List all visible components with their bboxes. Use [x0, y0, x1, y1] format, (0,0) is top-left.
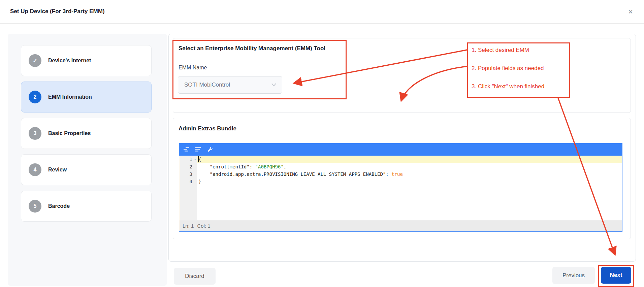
step-number-badge: 5 — [29, 200, 41, 213]
code-token-plain: : — [386, 171, 391, 177]
code-line[interactable]: "android.app.extra.PROVISIONING_LEAVE_AL… — [197, 170, 622, 178]
editor-gutter: 1▾234 — [179, 156, 197, 220]
json-editor[interactable]: 1▾234 { "enrollmentId": "AGBPQH96", "and… — [179, 143, 622, 232]
step-number-badge: 3 — [29, 127, 41, 140]
code-line[interactable]: } — [197, 178, 622, 185]
emm-name-select[interactable]: SOTI MobiControl — [178, 76, 282, 94]
fold-arrow-icon[interactable]: ▾ — [194, 156, 196, 163]
gutter-line-number: 2 — [179, 163, 197, 170]
step-label: EMM Information — [48, 94, 92, 100]
step-label: Review — [48, 167, 67, 173]
code-token-key: "enrollmentId" — [210, 164, 250, 169]
code-token-plain: : — [250, 164, 255, 169]
code-token-bool: true — [391, 171, 403, 177]
admin-section-title: Admin Extras Bundle — [179, 125, 236, 132]
editor-code[interactable]: { "enrollmentId": "AGBPQH96", "android.a… — [197, 156, 622, 220]
emm-section-title: Select an Enterprise Mobility Management… — [179, 45, 325, 52]
compact-json-icon[interactable] — [194, 145, 203, 154]
code-token-key: "android.app.extra.PROVISIONING_LEAVE_AL… — [210, 171, 386, 177]
format-json-icon[interactable] — [182, 145, 191, 154]
emm-name-value: SOTI MobiControl — [184, 82, 230, 88]
setup-device-dialog: Set Up Device (For 3rd-Party EMM) × ✓ De… — [0, 0, 644, 287]
json-editor-body[interactable]: 1▾234 { "enrollmentId": "AGBPQH96", "and… — [179, 156, 622, 220]
code-token-plain: , — [284, 164, 286, 169]
check-icon: ✓ — [29, 54, 41, 67]
dialog-title: Set Up Device (For 3rd-Party EMM) — [10, 8, 105, 15]
sidebar-step-devices-internet[interactable]: ✓ Device's Internet — [21, 45, 152, 76]
cursor-col-indicator: Col: 1 — [197, 223, 210, 229]
discard-button[interactable]: Discard — [174, 268, 216, 285]
step-label: Device's Internet — [48, 58, 91, 64]
text-cursor — [198, 156, 199, 162]
next-button[interactable]: Next — [601, 267, 631, 284]
code-token-bracket: } — [198, 179, 201, 184]
cursor-line-indicator: Ln: 1 — [183, 223, 194, 229]
step-label: Barcode — [48, 203, 70, 209]
step-number-badge: 2 — [29, 91, 41, 103]
code-line[interactable]: { — [197, 156, 622, 163]
editor-statusbar: Ln: 1 Col: 1 — [179, 220, 622, 231]
previous-button[interactable]: Previous — [552, 267, 595, 284]
step-label: Basic Properties — [48, 130, 91, 136]
sidebar-step-review[interactable]: 4 Review — [21, 154, 152, 185]
emm-name-label: EMM Name — [179, 65, 207, 71]
code-token-string: "AGBPQH96" — [255, 164, 284, 169]
close-icon[interactable]: × — [624, 6, 637, 18]
repair-json-icon[interactable] — [206, 145, 215, 154]
gutter-line-number: 4 — [179, 178, 197, 185]
code-token-plain — [198, 171, 210, 177]
gutter-line-number: 1▾ — [179, 156, 197, 163]
code-token-plain — [198, 164, 210, 169]
sidebar-step-emm-information[interactable]: 2 EMM Information — [21, 82, 152, 113]
gutter-line-number: 3 — [179, 170, 197, 178]
chevron-down-icon — [271, 83, 277, 87]
code-line[interactable]: "enrollmentId": "AGBPQH96", — [197, 163, 622, 170]
step-number-badge: 4 — [29, 163, 41, 176]
sidebar-step-barcode[interactable]: 5 Barcode — [21, 191, 152, 222]
dialog-header: Set Up Device (For 3rd-Party EMM) × — [0, 0, 644, 24]
steps-sidebar: ✓ Device's Internet 2 EMM Information 3 … — [8, 34, 167, 286]
sidebar-step-basic-properties[interactable]: 3 Basic Properties — [21, 118, 152, 149]
json-editor-toolbar — [179, 144, 622, 156]
code-token-bracket: { — [198, 157, 201, 162]
